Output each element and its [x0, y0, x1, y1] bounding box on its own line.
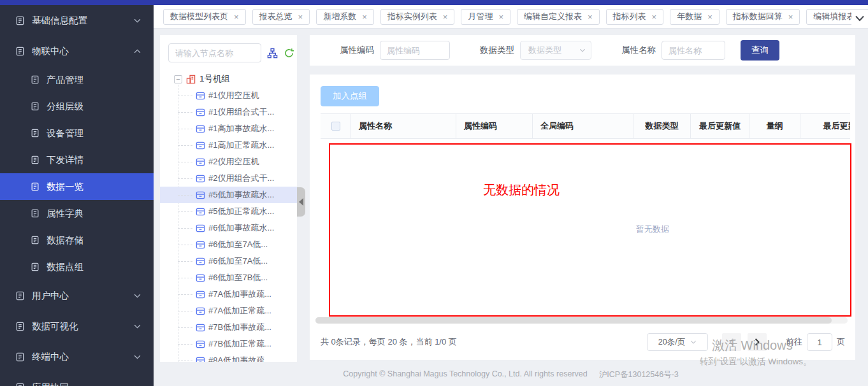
tree-node[interactable]: #2仪用空压机 [160, 154, 297, 170]
tab-year-data[interactable]: 年数据× [670, 9, 720, 25]
tree-node[interactable]: #1仪用空压机 [160, 87, 297, 104]
tab-overflow-chevron-icon[interactable] [851, 11, 868, 25]
tab-edit-custom-report[interactable]: 编辑自定义报表× [517, 9, 600, 25]
tree-node[interactable]: #7A低加正常疏... [160, 303, 297, 319]
tree-node[interactable]: #7B低加事故疏... [160, 319, 297, 336]
device-icon [196, 240, 205, 250]
sidebar-item-dispatch-detail[interactable]: 下发详情 [0, 147, 154, 173]
tree-node[interactable]: #7B低加正常疏... [160, 336, 297, 352]
tree-node[interactable]: #6低加至7A低... [160, 253, 297, 269]
chevron-down-icon [690, 340, 697, 344]
col-global-code: 全局编码 [533, 114, 633, 138]
sidebar-group-terminal-center[interactable]: 终端中心 [0, 341, 154, 372]
prev-page-button[interactable] [722, 333, 741, 351]
tree-node-selected[interactable]: #5低加事故疏水... [160, 187, 297, 203]
sidebar-item-product-mgmt[interactable]: 产品管理 [0, 66, 154, 93]
sidebar-group-user-center[interactable]: 用户中心 [0, 280, 154, 311]
close-icon[interactable]: × [788, 13, 793, 21]
sidebar-group-app-collaboration[interactable]: 应用协同 [0, 372, 154, 386]
tab-data-model-list[interactable]: 数据模型列表页× [163, 9, 246, 25]
attr-name-input[interactable] [662, 41, 725, 60]
node-search-input[interactable] [168, 43, 261, 62]
tree-collapse-handle[interactable] [297, 187, 305, 217]
sidebar-item-attr-dictionary[interactable]: 属性字典 [0, 200, 154, 227]
sidebar-group-basic-info[interactable]: 基础信息配置 [0, 5, 154, 36]
next-page-button[interactable] [748, 333, 767, 351]
tab-indicator-recalc[interactable]: 指标数据回算× [726, 9, 800, 25]
tab-label: 指标数据回算 [733, 11, 783, 22]
sidebar-item-label: 数据存储 [47, 234, 83, 247]
tree-node[interactable]: #1高加正常疏水... [160, 137, 297, 154]
tab-new-coefficient[interactable]: 新增系数× [316, 9, 374, 25]
sidebar-group-iot-center[interactable]: 物联中心 [0, 36, 154, 66]
sidebar-group-label: 应用协同 [32, 382, 69, 386]
tree-node[interactable]: #6低加至7B低... [160, 269, 297, 286]
device-icon [196, 356, 205, 362]
tab-indicator-instance-list[interactable]: 指标实例列表× [380, 9, 455, 25]
collapse-minus-icon[interactable]: − [174, 75, 182, 83]
data-type-select-placeholder: 数据类型 [528, 45, 561, 56]
data-type-select[interactable]: 数据类型 [520, 41, 591, 60]
close-icon[interactable]: × [362, 13, 367, 21]
scrollbar-thumb[interactable] [315, 317, 832, 324]
close-icon[interactable]: × [443, 13, 448, 21]
close-icon[interactable]: × [498, 13, 503, 21]
select-all-checkbox[interactable] [331, 122, 340, 131]
chevron-left-icon [299, 198, 303, 206]
close-icon[interactable]: × [707, 13, 712, 21]
sidebar-item-group-hierarchy[interactable]: 分组层级 [0, 93, 154, 120]
page-size-select[interactable]: 20条/页 [647, 333, 708, 351]
document-icon [31, 155, 40, 164]
tab-report-overview[interactable]: 报表总览× [252, 9, 310, 25]
page-unit-label: 页 [837, 336, 845, 348]
tree-node[interactable]: #6低加事故疏水... [160, 220, 297, 236]
document-icon [15, 16, 25, 25]
document-icon [15, 383, 25, 386]
tree-node-label: #6低加至7A低... [208, 239, 268, 250]
tree-node-label: #7A低加事故疏... [208, 289, 271, 300]
device-icon [196, 207, 205, 217]
close-icon[interactable]: × [588, 13, 593, 21]
tree-node[interactable]: #1仪用组合式干... [160, 104, 297, 120]
annotation-red-box [329, 143, 851, 317]
org-tree-icon[interactable] [267, 48, 278, 59]
tree-node-label: #7A低加正常疏... [208, 305, 271, 317]
document-icon [31, 209, 40, 218]
device-icon [196, 323, 205, 332]
page-number-input[interactable] [807, 333, 832, 351]
close-icon[interactable]: × [234, 13, 239, 21]
sidebar-item-label: 分组层级 [47, 101, 83, 113]
tree-node[interactable]: #7A低加事故疏... [160, 286, 297, 303]
tab-month-mgmt[interactable]: 月管理× [461, 9, 510, 25]
sidebar-group-data-visualization[interactable]: 数据可视化 [0, 311, 154, 341]
tree-node-label: #1高加事故疏水... [208, 123, 274, 134]
tab-indicator-list[interactable]: 指标列表× [606, 9, 664, 25]
attr-code-input[interactable] [380, 41, 450, 60]
close-icon[interactable]: × [298, 13, 303, 21]
sidebar-item-data-storage[interactable]: 数据存储 [0, 227, 154, 254]
tree-node[interactable]: #8A低加事故疏 [160, 352, 297, 362]
horizontal-scrollbar[interactable] [315, 317, 848, 324]
tree-node-label: #6低加至7A低... [208, 255, 268, 267]
tree-node[interactable]: #6低加至7A低... [160, 236, 297, 253]
tree-node-label: #8A低加事故疏 [208, 355, 264, 362]
sidebar-item-device-mgmt[interactable]: 设备管理 [0, 120, 154, 147]
sidebar-item-data-overview[interactable]: 数据一览 [0, 173, 154, 200]
col-data-type: 数据类型 [633, 114, 691, 138]
tab-label: 数据模型列表页 [170, 11, 228, 22]
chevron-down-icon [134, 294, 141, 298]
query-button[interactable]: 查询 [741, 40, 779, 61]
tree-node[interactable]: #2仪用组合式干... [160, 170, 297, 187]
tree-node[interactable]: #1高加事故疏水... [160, 120, 297, 137]
document-icon [31, 129, 40, 138]
document-icon [31, 182, 40, 191]
join-point-group-button[interactable]: 加入点组 [321, 86, 379, 106]
refresh-icon[interactable] [284, 48, 294, 59]
sidebar-item-data-point-group[interactable]: 数据点组 [0, 254, 154, 280]
tree-node-label: #7B低加事故疏... [208, 322, 271, 333]
close-icon[interactable]: × [652, 13, 657, 21]
tree-root-node[interactable]: − 1号机组 [160, 71, 297, 87]
tree-node-label: #1仪用空压机 [208, 90, 259, 101]
tree-root-label: 1号机组 [199, 73, 230, 85]
tree-node[interactable]: #5低加正常疏水... [160, 203, 297, 220]
